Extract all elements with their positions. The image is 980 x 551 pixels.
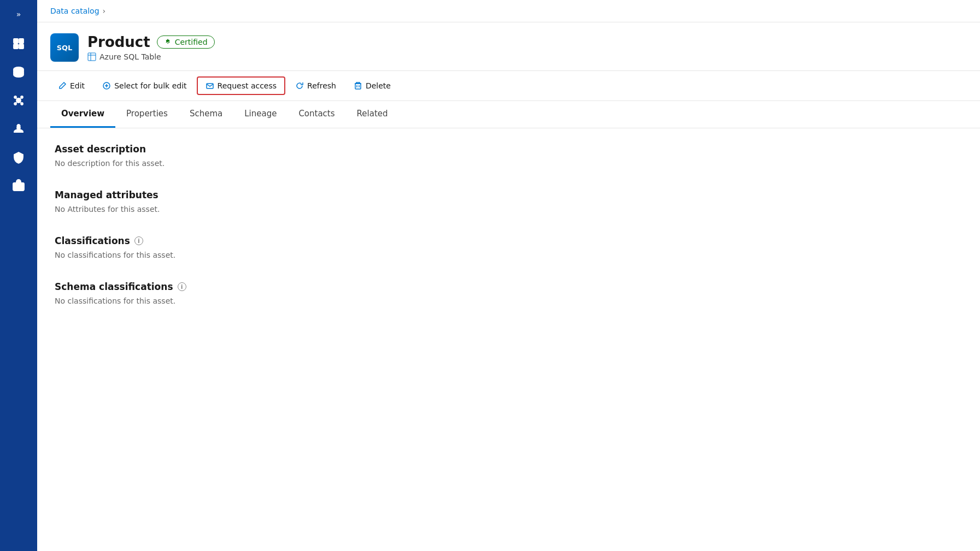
sidebar: » [0, 0, 37, 551]
sidebar-item-policy[interactable] [5, 144, 32, 170]
asset-icon: SQL [50, 33, 79, 62]
tab-lineage[interactable]: Lineage [233, 101, 287, 128]
request-access-button[interactable]: Request access [197, 76, 286, 95]
svg-point-9 [21, 103, 23, 105]
svg-point-8 [14, 103, 16, 105]
bulk-edit-icon [102, 81, 111, 90]
section-title-schema-classifications: Schema classifications i [55, 281, 963, 292]
section-desc-schema-classifications: No classifications for this asset. [55, 297, 963, 305]
certified-badge: Certified [157, 35, 215, 49]
asset-header: SQL Product Certified [37, 22, 980, 71]
svg-point-6 [14, 96, 16, 98]
delete-button[interactable]: Delete [346, 78, 398, 94]
section-desc-asset-description: No description for this asset. [55, 159, 963, 168]
asset-type: Azure SQL Table [87, 52, 215, 61]
svg-rect-0 [14, 39, 18, 43]
main-content: Data catalog › SQL Product Certified [37, 0, 980, 551]
section-title-managed-attributes: Managed attributes [55, 189, 963, 200]
sidebar-item-catalog[interactable] [5, 59, 32, 85]
schema-classifications-info-icon[interactable]: i [178, 282, 186, 291]
svg-rect-2 [14, 44, 18, 49]
edit-icon [58, 81, 67, 90]
breadcrumb-separator: › [103, 7, 106, 15]
sidebar-item-insights[interactable] [5, 116, 32, 142]
tab-properties[interactable]: Properties [115, 101, 179, 128]
sidebar-collapse-button[interactable]: » [0, 4, 37, 24]
table-icon [87, 52, 96, 61]
svg-rect-16 [88, 53, 96, 61]
tab-contacts[interactable]: Contacts [287, 101, 345, 128]
svg-rect-15 [13, 183, 24, 191]
classifications-info-icon[interactable]: i [134, 236, 143, 245]
asset-type-label: Azure SQL Table [99, 52, 161, 61]
sidebar-item-home[interactable] [5, 31, 32, 57]
sidebar-item-governance[interactable] [5, 87, 32, 114]
bulk-edit-button[interactable]: Select for bulk edit [95, 78, 194, 94]
section-title-asset-description: Asset description [55, 144, 963, 155]
refresh-button[interactable]: Refresh [287, 78, 344, 94]
header-title-row: Product Certified [87, 34, 215, 50]
svg-rect-1 [19, 39, 24, 43]
section-desc-classifications: No classifications for this asset. [55, 251, 963, 259]
section-classifications: Classifications i No classifications for… [55, 235, 963, 259]
certified-label: Certified [175, 38, 208, 46]
breadcrumb: Data catalog › [37, 0, 980, 22]
tab-overview[interactable]: Overview [50, 101, 115, 128]
tab-schema[interactable]: Schema [179, 101, 233, 128]
section-title-classifications: Classifications i [55, 235, 963, 246]
toolbar: Edit Select for bulk edit Request access… [37, 71, 980, 101]
sidebar-item-tools[interactable] [5, 173, 32, 199]
svg-rect-23 [355, 84, 361, 89]
tab-bar: Overview Properties Schema Lineage Conta… [37, 101, 980, 128]
breadcrumb-catalog-link[interactable]: Data catalog [50, 7, 99, 15]
refresh-icon [295, 81, 304, 90]
section-schema-classifications: Schema classifications i No classificati… [55, 281, 963, 305]
section-managed-attributes: Managed attributes No Attributes for thi… [55, 189, 963, 214]
page-title: Product [87, 34, 150, 50]
section-asset-description: Asset description No description for thi… [55, 144, 963, 168]
certified-icon [164, 38, 172, 46]
tab-related[interactable]: Related [346, 101, 399, 128]
svg-rect-3 [19, 44, 24, 49]
header-info: Product Certified Azure SQL Tab [87, 34, 215, 61]
svg-point-7 [21, 96, 23, 98]
section-desc-managed-attributes: No Attributes for this asset. [55, 205, 963, 214]
delete-icon [354, 81, 362, 90]
edit-button[interactable]: Edit [50, 78, 92, 94]
content-area: Asset description No description for thi… [37, 128, 980, 551]
request-access-icon [206, 81, 214, 90]
